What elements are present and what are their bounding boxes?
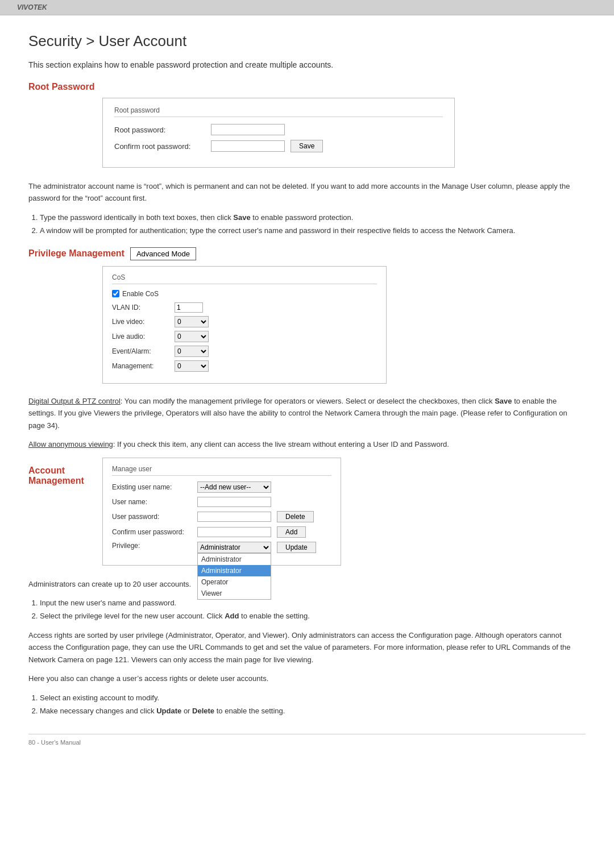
live-audio-row: Live audio: 0123 — [112, 331, 377, 342]
change-instructions-list: Select an existing account to modify. Ma… — [40, 692, 586, 717]
privilege-header: Privilege Management Advanced Mode — [28, 247, 586, 260]
change-instruction-1: Select an existing account to modify. — [40, 692, 586, 704]
management-select[interactable]: 0123 — [175, 360, 209, 372]
access-rights-text: Access rights are sorted by user privile… — [28, 629, 586, 666]
page-title: Security > User Account — [28, 32, 586, 50]
confirm-user-password-row: Confirm user password: Add — [112, 526, 331, 538]
user-name-label: User name: — [112, 498, 197, 506]
change-access-text: Here you also can change a user’s access… — [28, 672, 586, 684]
live-video-select[interactable]: 0123 — [175, 316, 209, 327]
vlan-id-input[interactable] — [175, 302, 203, 313]
live-video-label: Live video: — [112, 318, 175, 326]
privilege-section: Privilege Management Advanced Mode CoS E… — [28, 247, 586, 384]
admins-text: Administrators can create up to 20 user … — [28, 578, 586, 590]
existing-user-row: Existing user name: --Add new user-- — [112, 481, 331, 493]
instruction-1-item-2: A window will be prompted for authentica… — [40, 225, 586, 236]
privilege-dropdown-item-administrator[interactable]: Administrator — [198, 554, 271, 565]
account-management-heading: Account Management — [28, 458, 102, 486]
enable-cos-label: Enable CoS — [122, 290, 159, 298]
account-instruction-1: Input the new user's name and password. — [40, 597, 586, 609]
account-management-section: Account Management Manage user Existing … — [28, 458, 586, 566]
existing-user-select[interactable]: --Add new user-- — [197, 481, 271, 493]
event-alarm-label: Event/Alarm: — [112, 347, 175, 355]
management-label: Management: — [112, 362, 175, 370]
privilege-field-label: Privilege: — [112, 542, 197, 550]
intro-text: This section explains how to enable pass… — [28, 60, 586, 69]
confirm-password-row: Confirm root password: Save — [114, 140, 443, 152]
brand-label: VIVOTEK — [17, 3, 47, 11]
instruction-1-item-1: Type the password identically in both te… — [40, 211, 586, 223]
user-password-input[interactable] — [197, 512, 271, 522]
user-name-row: User name: — [112, 497, 331, 507]
digital-output-text: Digital Output & PTZ control: You can mo… — [28, 395, 586, 431]
event-alarm-row: Event/Alarm: 0123 — [112, 346, 377, 357]
privilege-heading: Privilege Management — [28, 248, 125, 259]
root-password-input[interactable] — [211, 124, 285, 135]
confirm-password-input[interactable] — [211, 140, 285, 152]
account-label-col: Account Management — [28, 458, 102, 486]
manage-user-panel: Manage user Existing user name: --Add ne… — [102, 458, 341, 566]
management-row: Management: 0123 — [112, 360, 377, 372]
delete-button[interactable]: Delete — [277, 511, 314, 522]
confirm-user-password-label: Confirm user password: — [112, 528, 197, 536]
privilege-dropdown-item-administrator-selected[interactable]: Administrator — [198, 565, 271, 576]
cos-panel: CoS Enable CoS VLAN ID: Live video: 0123… — [102, 266, 387, 384]
change-instruction-2: Make necessary changes and click Update … — [40, 705, 586, 717]
account-instructions-list: Input the new user's name and password. … — [40, 597, 586, 622]
confirm-user-password-input[interactable] — [197, 527, 271, 537]
root-password-row: Root password: — [114, 124, 443, 135]
privilege-dropdown[interactable]: Administrator Operator Viewer Administra… — [197, 542, 271, 553]
live-audio-label: Live audio: — [112, 333, 175, 340]
root-password-panel: Root password Root password: Confirm roo… — [102, 98, 455, 168]
advanced-mode-button[interactable]: Advanced Mode — [130, 247, 196, 260]
privilege-dropdown-item-viewer[interactable]: Viewer — [198, 588, 271, 599]
user-password-row: User password: Delete — [112, 511, 331, 522]
save-button[interactable]: Save — [291, 140, 323, 152]
update-button[interactable]: Update — [277, 542, 316, 553]
add-button[interactable]: Add — [277, 526, 306, 538]
root-password-heading: Root Password — [28, 82, 586, 92]
footer: 80 - User's Manual — [28, 734, 586, 746]
privilege-select[interactable]: Administrator Operator Viewer — [197, 542, 271, 553]
instructions-1-list: Type the password identically in both te… — [40, 211, 586, 237]
existing-user-label: Existing user name: — [112, 483, 197, 491]
user-name-input[interactable] — [197, 497, 271, 507]
top-bar: VIVOTEK — [0, 0, 614, 15]
account-instruction-2: Select the privilege level for the new u… — [40, 610, 586, 622]
user-password-label: User password: — [112, 513, 197, 521]
cos-panel-title: CoS — [112, 273, 377, 284]
root-password-section: Root Password Root password Root passwor… — [28, 82, 586, 168]
digital-output-link: Digital Output & PTZ control — [28, 397, 121, 405]
vlan-id-label: VLAN ID: — [112, 304, 175, 312]
anonymous-viewing-text: Allow anonymous viewing: If you check th… — [28, 438, 586, 450]
root-password-panel-title: Root password — [114, 106, 443, 117]
vlan-id-row: VLAN ID: — [112, 302, 377, 313]
enable-cos-checkbox[interactable] — [112, 290, 119, 297]
privilege-dropdown-item-operator[interactable]: Operator — [198, 576, 271, 588]
body-text-1: The administrator account name is “root”… — [28, 180, 586, 205]
manage-user-panel-title: Manage user — [112, 465, 331, 476]
live-video-row: Live video: 0123 — [112, 316, 377, 327]
privilege-row: Privilege: Administrator Operator Viewer… — [112, 542, 331, 553]
event-alarm-select[interactable]: 0123 — [175, 346, 209, 357]
root-password-label: Root password: — [114, 126, 211, 134]
privilege-dropdown-list: Administrator Administrator Operator Vie… — [197, 553, 271, 600]
anonymous-viewing-link: Allow anonymous viewing — [28, 440, 113, 448]
confirm-password-label: Confirm root password: — [114, 142, 211, 151]
live-audio-select[interactable]: 0123 — [175, 331, 209, 342]
enable-cos-row: Enable CoS — [112, 290, 377, 298]
